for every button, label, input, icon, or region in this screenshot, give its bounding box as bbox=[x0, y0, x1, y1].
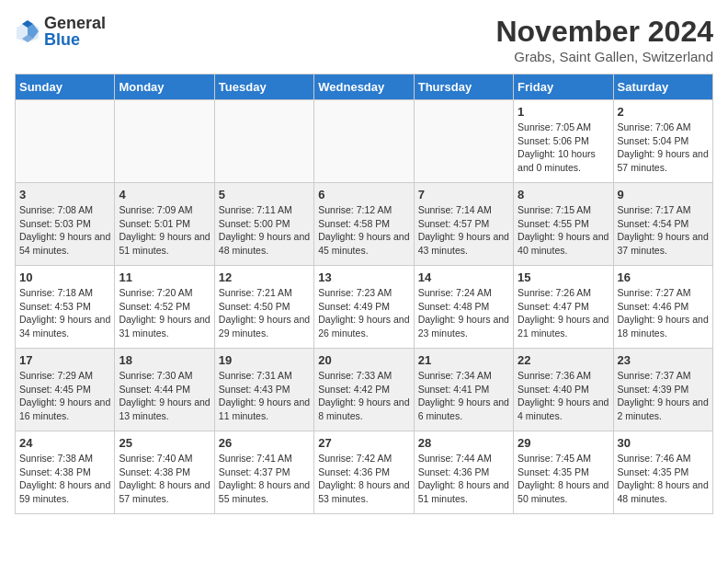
day-number: 19 bbox=[219, 353, 310, 367]
calendar-row: 10Sunrise: 7:18 AM Sunset: 4:53 PM Dayli… bbox=[16, 266, 713, 349]
day-info: Sunrise: 7:12 AM Sunset: 4:58 PM Dayligh… bbox=[318, 203, 409, 258]
day-number: 7 bbox=[418, 188, 509, 201]
day-info: Sunrise: 7:41 AM Sunset: 4:37 PM Dayligh… bbox=[219, 452, 310, 506]
calendar-cell: 22Sunrise: 7:36 AM Sunset: 4:40 PM Dayli… bbox=[514, 349, 613, 431]
day-info: Sunrise: 7:40 AM Sunset: 4:38 PM Dayligh… bbox=[119, 452, 210, 506]
weekday-header: Thursday bbox=[414, 75, 513, 100]
calendar-cell bbox=[16, 100, 115, 183]
calendar-cell: 3Sunrise: 7:08 AM Sunset: 5:03 PM Daylig… bbox=[16, 183, 115, 266]
calendar-cell: 28Sunrise: 7:44 AM Sunset: 4:36 PM Dayli… bbox=[414, 431, 513, 514]
day-info: Sunrise: 7:30 AM Sunset: 4:44 PM Dayligh… bbox=[119, 369, 210, 423]
day-number: 5 bbox=[219, 188, 310, 201]
calendar-cell: 29Sunrise: 7:45 AM Sunset: 4:35 PM Dayli… bbox=[514, 431, 613, 514]
calendar-cell: 10Sunrise: 7:18 AM Sunset: 4:53 PM Dayli… bbox=[16, 266, 115, 349]
weekday-header: Saturday bbox=[613, 75, 712, 100]
calendar-cell: 18Sunrise: 7:30 AM Sunset: 4:44 PM Dayli… bbox=[115, 349, 214, 431]
day-number: 18 bbox=[119, 353, 210, 367]
day-number: 11 bbox=[119, 270, 210, 284]
day-info: Sunrise: 7:17 AM Sunset: 4:54 PM Dayligh… bbox=[618, 203, 709, 258]
calendar-table: SundayMondayTuesdayWednesdayThursdayFrid… bbox=[15, 74, 713, 514]
day-info: Sunrise: 7:24 AM Sunset: 4:48 PM Dayligh… bbox=[418, 286, 509, 340]
day-info: Sunrise: 7:06 AM Sunset: 5:04 PM Dayligh… bbox=[618, 121, 709, 175]
calendar-cell: 1Sunrise: 7:05 AM Sunset: 5:06 PM Daylig… bbox=[514, 100, 613, 183]
calendar-cell: 16Sunrise: 7:27 AM Sunset: 4:46 PM Dayli… bbox=[613, 266, 712, 349]
day-number: 30 bbox=[618, 436, 709, 450]
calendar-cell: 21Sunrise: 7:34 AM Sunset: 4:41 PM Dayli… bbox=[414, 349, 513, 431]
day-number: 16 bbox=[618, 270, 709, 284]
calendar-cell: 19Sunrise: 7:31 AM Sunset: 4:43 PM Dayli… bbox=[214, 349, 313, 431]
day-number: 9 bbox=[618, 188, 709, 201]
day-info: Sunrise: 7:42 AM Sunset: 4:36 PM Dayligh… bbox=[318, 452, 409, 506]
day-info: Sunrise: 7:27 AM Sunset: 4:46 PM Dayligh… bbox=[618, 286, 709, 340]
calendar-cell: 25Sunrise: 7:40 AM Sunset: 4:38 PM Dayli… bbox=[115, 431, 214, 514]
day-info: Sunrise: 7:11 AM Sunset: 5:00 PM Dayligh… bbox=[219, 203, 310, 258]
day-number: 14 bbox=[418, 270, 509, 284]
day-info: Sunrise: 7:09 AM Sunset: 5:01 PM Dayligh… bbox=[119, 203, 210, 258]
calendar-cell bbox=[414, 100, 513, 183]
day-number: 6 bbox=[318, 188, 409, 201]
calendar-cell: 8Sunrise: 7:15 AM Sunset: 4:55 PM Daylig… bbox=[514, 183, 613, 266]
day-info: Sunrise: 7:14 AM Sunset: 4:57 PM Dayligh… bbox=[418, 203, 509, 258]
calendar-cell: 23Sunrise: 7:37 AM Sunset: 4:39 PM Dayli… bbox=[613, 349, 712, 431]
day-number: 27 bbox=[318, 436, 409, 450]
day-info: Sunrise: 7:45 AM Sunset: 4:35 PM Dayligh… bbox=[518, 452, 609, 506]
day-number: 23 bbox=[618, 353, 709, 367]
day-info: Sunrise: 7:37 AM Sunset: 4:39 PM Dayligh… bbox=[618, 369, 709, 423]
calendar-cell: 30Sunrise: 7:46 AM Sunset: 4:35 PM Dayli… bbox=[613, 431, 712, 514]
calendar-cell: 2Sunrise: 7:06 AM Sunset: 5:04 PM Daylig… bbox=[613, 100, 712, 183]
day-info: Sunrise: 7:29 AM Sunset: 4:45 PM Dayligh… bbox=[19, 369, 110, 423]
day-info: Sunrise: 7:21 AM Sunset: 4:50 PM Dayligh… bbox=[219, 286, 310, 340]
weekday-header-row: SundayMondayTuesdayWednesdayThursdayFrid… bbox=[16, 75, 713, 100]
day-info: Sunrise: 7:38 AM Sunset: 4:38 PM Dayligh… bbox=[19, 452, 110, 506]
calendar-cell: 27Sunrise: 7:42 AM Sunset: 4:36 PM Dayli… bbox=[314, 431, 414, 514]
day-number: 26 bbox=[219, 436, 310, 450]
calendar-cell: 26Sunrise: 7:41 AM Sunset: 4:37 PM Dayli… bbox=[214, 431, 313, 514]
weekday-header: Friday bbox=[514, 75, 613, 100]
calendar-cell: 7Sunrise: 7:14 AM Sunset: 4:57 PM Daylig… bbox=[414, 183, 513, 266]
calendar-cell: 5Sunrise: 7:11 AM Sunset: 5:00 PM Daylig… bbox=[214, 183, 313, 266]
day-info: Sunrise: 7:33 AM Sunset: 4:42 PM Dayligh… bbox=[318, 369, 409, 423]
day-number: 4 bbox=[119, 188, 210, 201]
logo-icon bbox=[15, 18, 40, 44]
day-number: 28 bbox=[418, 436, 509, 450]
weekday-header: Sunday bbox=[16, 75, 115, 100]
day-number: 3 bbox=[19, 188, 110, 201]
day-number: 13 bbox=[318, 270, 409, 284]
weekday-header: Monday bbox=[115, 75, 214, 100]
day-number: 15 bbox=[518, 270, 609, 284]
day-info: Sunrise: 7:23 AM Sunset: 4:49 PM Dayligh… bbox=[318, 286, 409, 340]
location-title: Grabs, Saint Gallen, Switzerland bbox=[495, 49, 713, 64]
day-info: Sunrise: 7:20 AM Sunset: 4:52 PM Dayligh… bbox=[119, 286, 210, 340]
day-number: 1 bbox=[518, 105, 609, 119]
day-number: 29 bbox=[518, 436, 609, 450]
day-number: 12 bbox=[219, 270, 310, 284]
day-number: 2 bbox=[618, 105, 709, 119]
weekday-header: Wednesday bbox=[314, 75, 414, 100]
day-number: 22 bbox=[518, 353, 609, 367]
day-info: Sunrise: 7:08 AM Sunset: 5:03 PM Dayligh… bbox=[19, 203, 110, 258]
weekday-header: Tuesday bbox=[214, 75, 313, 100]
calendar-cell bbox=[214, 100, 313, 183]
day-info: Sunrise: 7:26 AM Sunset: 4:47 PM Dayligh… bbox=[518, 286, 609, 340]
calendar-cell: 11Sunrise: 7:20 AM Sunset: 4:52 PM Dayli… bbox=[115, 266, 214, 349]
day-number: 24 bbox=[19, 436, 110, 450]
calendar-cell bbox=[115, 100, 214, 183]
logo: General Blue bbox=[15, 15, 106, 48]
day-info: Sunrise: 7:46 AM Sunset: 4:35 PM Dayligh… bbox=[618, 452, 709, 506]
calendar-cell: 6Sunrise: 7:12 AM Sunset: 4:58 PM Daylig… bbox=[314, 183, 414, 266]
day-number: 21 bbox=[418, 353, 509, 367]
day-number: 8 bbox=[518, 188, 609, 201]
month-title: November 2024 bbox=[495, 15, 713, 49]
title-area: November 2024 Grabs, Saint Gallen, Switz… bbox=[495, 15, 713, 64]
day-number: 17 bbox=[19, 353, 110, 367]
day-number: 25 bbox=[119, 436, 210, 450]
day-info: Sunrise: 7:15 AM Sunset: 4:55 PM Dayligh… bbox=[518, 203, 609, 258]
calendar-cell: 24Sunrise: 7:38 AM Sunset: 4:38 PM Dayli… bbox=[16, 431, 115, 514]
day-info: Sunrise: 7:36 AM Sunset: 4:40 PM Dayligh… bbox=[518, 369, 609, 423]
calendar-cell: 20Sunrise: 7:33 AM Sunset: 4:42 PM Dayli… bbox=[314, 349, 414, 431]
day-info: Sunrise: 7:44 AM Sunset: 4:36 PM Dayligh… bbox=[418, 452, 509, 506]
calendar-row: 17Sunrise: 7:29 AM Sunset: 4:45 PM Dayli… bbox=[16, 349, 713, 431]
logo-text: General Blue bbox=[44, 15, 106, 48]
calendar-cell: 15Sunrise: 7:26 AM Sunset: 4:47 PM Dayli… bbox=[514, 266, 613, 349]
calendar-cell: 4Sunrise: 7:09 AM Sunset: 5:01 PM Daylig… bbox=[115, 183, 214, 266]
